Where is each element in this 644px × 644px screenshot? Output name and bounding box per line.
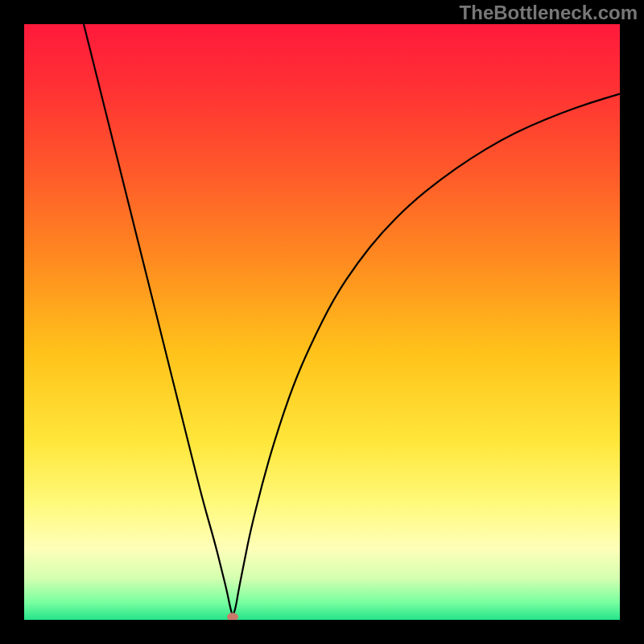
chart-container: TheBottleneck.com [0, 0, 644, 644]
chart-svg [24, 24, 620, 620]
watermark-text: TheBottleneck.com [460, 2, 638, 24]
plot-area [24, 24, 620, 620]
